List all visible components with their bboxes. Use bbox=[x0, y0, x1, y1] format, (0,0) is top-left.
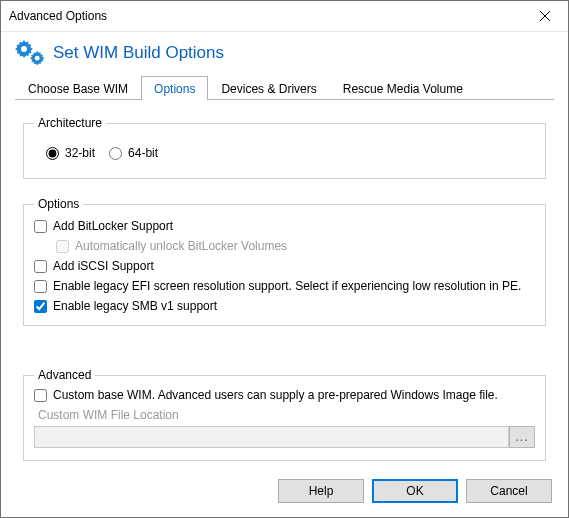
tab-rescue-media-volume[interactable]: Rescue Media Volume bbox=[330, 76, 476, 100]
custom-wim-location-input bbox=[34, 426, 509, 448]
checkbox-iscsi[interactable] bbox=[34, 260, 47, 273]
tab-panel-options: Architecture 32-bit 64-bit Options bbox=[15, 100, 554, 483]
close-button[interactable] bbox=[522, 1, 568, 31]
checkbox-smb-label[interactable]: Enable legacy SMB v1 support bbox=[34, 299, 535, 313]
legend-advanced: Advanced bbox=[34, 368, 95, 382]
radio-64bit[interactable] bbox=[109, 147, 122, 160]
ok-button[interactable]: OK bbox=[372, 479, 458, 503]
cancel-button[interactable]: Cancel bbox=[466, 479, 552, 503]
window-title: Advanced Options bbox=[9, 9, 107, 23]
tab-choose-base-wim[interactable]: Choose Base WIM bbox=[15, 76, 141, 100]
fieldset-architecture: Architecture 32-bit 64-bit bbox=[23, 116, 546, 179]
checkbox-custom-wim-label[interactable]: Custom base WIM. Advanced users can supp… bbox=[34, 388, 535, 402]
checkbox-bitlocker-auto-label: Automatically unlock BitLocker Volumes bbox=[56, 239, 535, 253]
tab-options[interactable]: Options bbox=[141, 76, 208, 100]
checkbox-bitlocker-label[interactable]: Add BitLocker Support bbox=[34, 219, 535, 233]
legend-options: Options bbox=[34, 197, 83, 211]
checkbox-bitlocker-text: Add BitLocker Support bbox=[53, 219, 173, 233]
checkbox-bitlocker-auto-text: Automatically unlock BitLocker Volumes bbox=[75, 239, 287, 253]
tablist: Choose Base WIM Options Devices & Driver… bbox=[15, 76, 554, 100]
checkbox-bitlocker-auto bbox=[56, 240, 69, 253]
tab-devices-drivers[interactable]: Devices & Drivers bbox=[208, 76, 329, 100]
svg-point-0 bbox=[21, 46, 27, 52]
dialog-window: Advanced Options Set WIM Build Options C… bbox=[0, 0, 569, 518]
radio-32bit-label[interactable]: 32-bit bbox=[46, 146, 95, 160]
architecture-radios: 32-bit 64-bit bbox=[34, 136, 535, 166]
radio-64bit-text: 64-bit bbox=[128, 146, 158, 160]
radio-64bit-label[interactable]: 64-bit bbox=[109, 146, 158, 160]
radio-32bit[interactable] bbox=[46, 147, 59, 160]
custom-wim-location-label: Custom WIM File Location bbox=[38, 408, 535, 422]
checkbox-smb[interactable] bbox=[34, 300, 47, 313]
titlebar: Advanced Options bbox=[1, 1, 568, 32]
help-button[interactable]: Help bbox=[278, 479, 364, 503]
content: Choose Base WIM Options Devices & Driver… bbox=[1, 72, 568, 483]
checkbox-custom-wim[interactable] bbox=[34, 389, 47, 402]
close-icon bbox=[540, 11, 550, 21]
fieldset-advanced: Advanced Custom base WIM. Advanced users… bbox=[23, 368, 546, 461]
checkbox-efi-text: Enable legacy EFI screen resolution supp… bbox=[53, 279, 521, 293]
gear-icon bbox=[15, 40, 45, 66]
checkbox-iscsi-text: Add iSCSI Support bbox=[53, 259, 154, 273]
checkbox-iscsi-label[interactable]: Add iSCSI Support bbox=[34, 259, 535, 273]
radio-32bit-text: 32-bit bbox=[65, 146, 95, 160]
checkbox-smb-text: Enable legacy SMB v1 support bbox=[53, 299, 217, 313]
checkbox-custom-wim-text: Custom base WIM. Advanced users can supp… bbox=[53, 388, 498, 402]
svg-point-1 bbox=[35, 56, 40, 61]
checkbox-efi-label[interactable]: Enable legacy EFI screen resolution supp… bbox=[34, 279, 535, 293]
header: Set WIM Build Options bbox=[1, 32, 568, 72]
fieldset-options: Options Add BitLocker Support Automatica… bbox=[23, 197, 546, 326]
browse-button[interactable]: ... bbox=[509, 426, 535, 448]
custom-wim-row: ... bbox=[34, 426, 535, 448]
checkbox-bitlocker[interactable] bbox=[34, 220, 47, 233]
page-title: Set WIM Build Options bbox=[53, 43, 224, 63]
checkbox-efi[interactable] bbox=[34, 280, 47, 293]
dialog-footer: Help OK Cancel bbox=[278, 479, 552, 503]
legend-architecture: Architecture bbox=[34, 116, 106, 130]
